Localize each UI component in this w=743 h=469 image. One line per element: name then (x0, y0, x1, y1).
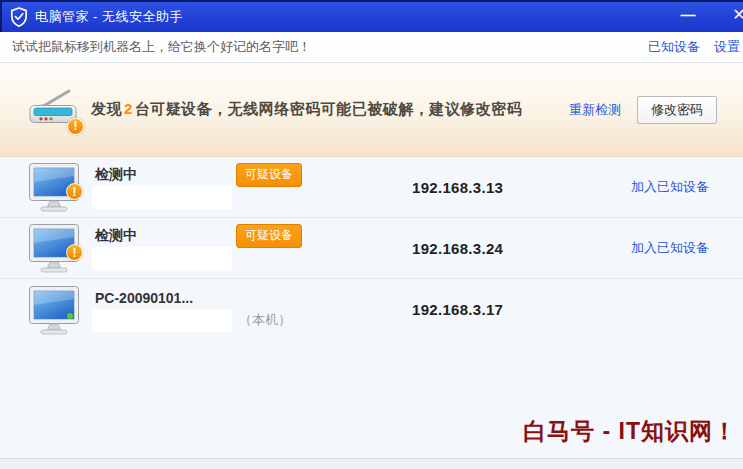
alert-message-suffix: 台可疑设备，无线网络密码可能已被破解，建议修改密码 (135, 100, 523, 117)
device-row: ! 检测中 可疑设备 192.168.3.24 加入已知设备 (0, 218, 743, 279)
app-window: 电脑管家 - 无线安全助手 — ✕ 试试把鼠标移到机器名上，给它换个好记的名字吧… (0, 0, 743, 469)
device-name[interactable]: 检测中 (92, 166, 236, 184)
window-title: 电脑管家 - 无线安全助手 (35, 7, 183, 26)
hint-text: 试试把鼠标移到机器名上，给它换个好记的名字吧！ (12, 38, 648, 56)
online-dot-icon (67, 313, 73, 319)
device-name[interactable]: PC-20090101... (92, 290, 236, 306)
known-devices-link[interactable]: 已知设备 (648, 38, 700, 56)
alert-message-prefix: 发现 (91, 100, 122, 117)
hint-links: 已知设备 设置 (648, 38, 740, 56)
redacted-mac-box (92, 309, 232, 332)
hint-bar: 试试把鼠标移到机器名上，给它换个好记的名字吧！ 已知设备 设置 (0, 32, 743, 63)
suspect-device-badge: 可疑设备 (236, 224, 302, 248)
titlebar: 电脑管家 - 无线安全助手 — ✕ (0, 0, 743, 32)
add-known-device-link[interactable]: 加入已知设备 (631, 178, 709, 196)
alert-panel: ! 发现2台可疑设备，无线网络密码可能已被破解，建议修改密码 重新检测 修改密码 (0, 63, 743, 157)
rescan-link[interactable]: 重新检测 (569, 101, 621, 119)
watermark-text: 白马号 - IT知识网！ (523, 416, 737, 447)
computer-monitor-icon: ! (28, 223, 80, 273)
warning-exclamation-icon: ! (66, 244, 83, 261)
footer-bar (0, 458, 743, 469)
device-name[interactable]: 检测中 (92, 227, 236, 245)
settings-link[interactable]: 设置 (714, 38, 740, 56)
device-ip: 192.168.3.13 (412, 179, 631, 196)
suspect-count: 2 (122, 100, 135, 117)
add-known-device-link[interactable]: 加入已知设备 (631, 239, 709, 257)
device-ip: 192.168.3.24 (412, 240, 631, 257)
router-icon: ! (28, 87, 80, 133)
computer-monitor-icon: ! (28, 162, 80, 212)
warning-exclamation-icon: ! (67, 118, 84, 135)
computer-monitor-icon (28, 285, 80, 335)
device-list: ! 检测中 可疑设备 192.168.3.13 加入已知设备 (0, 157, 743, 340)
change-password-button[interactable]: 修改密码 (637, 96, 717, 124)
suspect-device-badge: 可疑设备 (236, 163, 302, 187)
redacted-mac-box (92, 247, 232, 270)
redacted-mac-box (92, 186, 232, 209)
pc-manager-shield-icon (9, 7, 29, 27)
close-button[interactable]: ✕ (726, 0, 743, 28)
minimize-button[interactable]: — (675, 0, 701, 28)
local-machine-label: （本机） (239, 311, 291, 329)
warning-exclamation-icon: ! (66, 183, 83, 200)
device-ip: 192.168.3.17 (412, 301, 631, 318)
alert-message: 发现2台可疑设备，无线网络密码可能已被破解，建议修改密码 (91, 100, 569, 119)
device-row: ! 检测中 可疑设备 192.168.3.13 加入已知设备 (0, 157, 743, 218)
device-row: PC-20090101... （本机） 192.168.3.17 (0, 279, 743, 340)
